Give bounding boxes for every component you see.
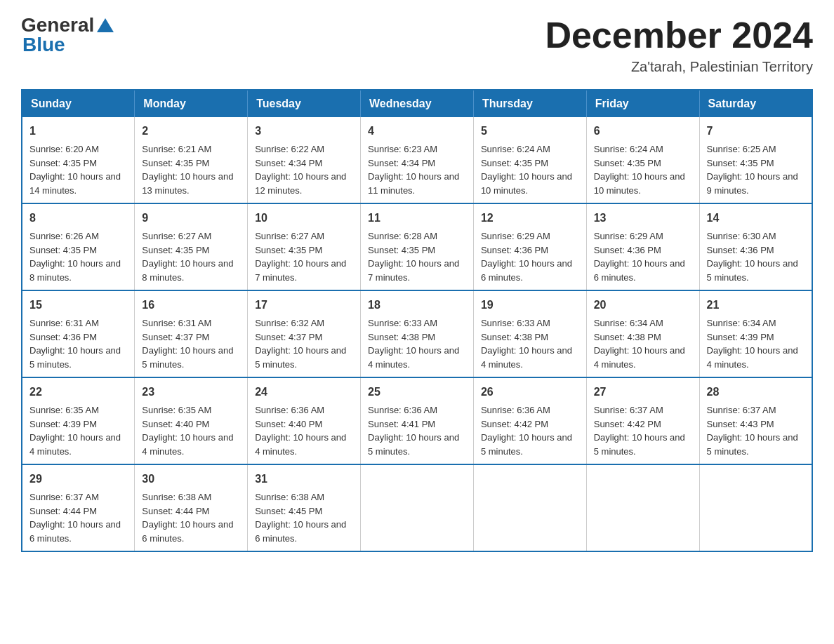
sunset-text: Sunset: 4:44 PM [29,506,97,516]
sunset-text: Sunset: 4:36 PM [707,245,774,255]
sunset-text: Sunset: 4:39 PM [707,332,774,342]
sunset-text: Sunset: 4:35 PM [142,245,209,255]
location-subtitle: Za'tarah, Palestinian Territory [545,59,813,75]
daylight-text: Daylight: 10 hours and 6 minutes. [255,519,346,544]
sunset-text: Sunset: 4:38 PM [368,332,435,342]
day-number: 23 [142,384,240,401]
logo-blue-text: Blue [22,34,65,56]
calendar-cell: 29 Sunrise: 6:37 AM Sunset: 4:44 PM Dayl… [22,464,135,551]
daylight-text: Daylight: 10 hours and 6 minutes. [594,258,685,283]
sunset-text: Sunset: 4:38 PM [481,332,548,342]
day-number: 31 [255,471,353,488]
sunset-text: Sunset: 4:36 PM [29,332,97,342]
sunset-text: Sunset: 4:35 PM [594,158,661,168]
day-number: 22 [29,384,127,401]
day-number: 30 [142,471,240,488]
calendar-cell: 14 Sunrise: 6:30 AM Sunset: 4:36 PM Dayl… [699,203,812,290]
sunset-text: Sunset: 4:35 PM [707,158,774,168]
daylight-text: Daylight: 10 hours and 4 minutes. [481,345,572,370]
day-number: 21 [707,297,805,314]
sunrise-text: Sunrise: 6:24 AM [481,144,550,154]
logo-arrow-icon [95,15,115,35]
sunrise-text: Sunrise: 6:35 AM [142,405,211,415]
daylight-text: Daylight: 10 hours and 12 minutes. [255,171,346,196]
daylight-text: Daylight: 10 hours and 5 minutes. [707,258,798,283]
daylight-text: Daylight: 10 hours and 5 minutes. [368,432,459,457]
day-number: 12 [481,210,579,227]
logo: General Blue [21,14,115,56]
calendar-cell: 6 Sunrise: 6:24 AM Sunset: 4:35 PM Dayli… [586,117,699,203]
day-number: 19 [481,297,579,314]
daylight-text: Daylight: 10 hours and 5 minutes. [594,432,685,457]
daylight-text: Daylight: 10 hours and 4 minutes. [142,432,233,457]
calendar-cell: 17 Sunrise: 6:32 AM Sunset: 4:37 PM Dayl… [248,290,361,377]
calendar-cell: 26 Sunrise: 6:36 AM Sunset: 4:42 PM Dayl… [473,377,586,464]
daylight-text: Daylight: 10 hours and 8 minutes. [29,258,121,283]
sunrise-text: Sunrise: 6:21 AM [142,144,211,154]
sunset-text: Sunset: 4:36 PM [481,245,548,255]
sunrise-text: Sunrise: 6:33 AM [481,318,550,328]
sunset-text: Sunset: 4:34 PM [368,158,435,168]
sunrise-text: Sunrise: 6:20 AM [29,144,99,154]
calendar-cell: 25 Sunrise: 6:36 AM Sunset: 4:41 PM Dayl… [361,377,474,464]
day-number: 10 [255,210,353,227]
daylight-text: Daylight: 10 hours and 14 minutes. [29,171,121,196]
sunrise-text: Sunrise: 6:22 AM [255,144,324,154]
calendar-cell: 27 Sunrise: 6:37 AM Sunset: 4:42 PM Dayl… [586,377,699,464]
calendar-cell: 5 Sunrise: 6:24 AM Sunset: 4:35 PM Dayli… [473,117,586,203]
sunrise-text: Sunrise: 6:34 AM [707,318,776,328]
sunrise-text: Sunrise: 6:37 AM [707,405,776,415]
calendar-cell: 9 Sunrise: 6:27 AM Sunset: 4:35 PM Dayli… [135,203,248,290]
calendar-cell: 23 Sunrise: 6:35 AM Sunset: 4:40 PM Dayl… [135,377,248,464]
daylight-text: Daylight: 10 hours and 6 minutes. [142,519,233,544]
month-title: December 2024 [545,14,813,56]
calendar-cell: 2 Sunrise: 6:21 AM Sunset: 4:35 PM Dayli… [135,117,248,203]
daylight-text: Daylight: 10 hours and 10 minutes. [481,171,572,196]
calendar-week-row: 29 Sunrise: 6:37 AM Sunset: 4:44 PM Dayl… [22,464,812,551]
sunset-text: Sunset: 4:35 PM [481,158,548,168]
sunset-text: Sunset: 4:45 PM [255,506,322,516]
day-number: 2 [142,123,240,140]
sunrise-text: Sunrise: 6:31 AM [29,318,99,328]
daylight-text: Daylight: 10 hours and 4 minutes. [368,345,459,370]
day-number: 11 [368,210,466,227]
calendar-cell [473,464,586,551]
daylight-text: Daylight: 10 hours and 5 minutes. [29,345,121,370]
col-header-saturday: Saturday [699,90,812,117]
page-header: General Blue December 2024 Za'tarah, Pal… [21,14,813,75]
calendar-cell: 30 Sunrise: 6:38 AM Sunset: 4:44 PM Dayl… [135,464,248,551]
daylight-text: Daylight: 10 hours and 13 minutes. [142,171,233,196]
daylight-text: Daylight: 10 hours and 10 minutes. [594,171,685,196]
calendar-cell: 10 Sunrise: 6:27 AM Sunset: 4:35 PM Dayl… [248,203,361,290]
calendar-header-row: SundayMondayTuesdayWednesdayThursdayFrid… [22,90,812,117]
day-number: 8 [29,210,127,227]
calendar-cell: 1 Sunrise: 6:20 AM Sunset: 4:35 PM Dayli… [22,117,135,203]
sunset-text: Sunset: 4:43 PM [707,419,774,429]
sunset-text: Sunset: 4:42 PM [481,419,548,429]
calendar-cell: 3 Sunrise: 6:22 AM Sunset: 4:34 PM Dayli… [248,117,361,203]
sunrise-text: Sunrise: 6:35 AM [29,405,99,415]
sunrise-text: Sunrise: 6:24 AM [594,144,663,154]
calendar-cell: 31 Sunrise: 6:38 AM Sunset: 4:45 PM Dayl… [248,464,361,551]
sunrise-text: Sunrise: 6:34 AM [594,318,663,328]
title-section: December 2024 Za'tarah, Palestinian Terr… [545,14,813,75]
calendar-cell: 19 Sunrise: 6:33 AM Sunset: 4:38 PM Dayl… [473,290,586,377]
daylight-text: Daylight: 10 hours and 11 minutes. [368,171,459,196]
calendar-cell [586,464,699,551]
col-header-sunday: Sunday [22,90,135,117]
day-number: 24 [255,384,353,401]
day-number: 18 [368,297,466,314]
sunrise-text: Sunrise: 6:27 AM [142,231,211,241]
day-number: 25 [368,384,466,401]
day-number: 28 [707,384,805,401]
calendar-cell: 4 Sunrise: 6:23 AM Sunset: 4:34 PM Dayli… [361,117,474,203]
sunset-text: Sunset: 4:36 PM [594,245,661,255]
sunrise-text: Sunrise: 6:32 AM [255,318,324,328]
calendar-cell: 7 Sunrise: 6:25 AM Sunset: 4:35 PM Dayli… [699,117,812,203]
calendar-cell: 16 Sunrise: 6:31 AM Sunset: 4:37 PM Dayl… [135,290,248,377]
calendar-week-row: 8 Sunrise: 6:26 AM Sunset: 4:35 PM Dayli… [22,203,812,290]
sunrise-text: Sunrise: 6:30 AM [707,231,776,241]
day-number: 15 [29,297,127,314]
sunset-text: Sunset: 4:40 PM [142,419,209,429]
col-header-monday: Monday [135,90,248,117]
